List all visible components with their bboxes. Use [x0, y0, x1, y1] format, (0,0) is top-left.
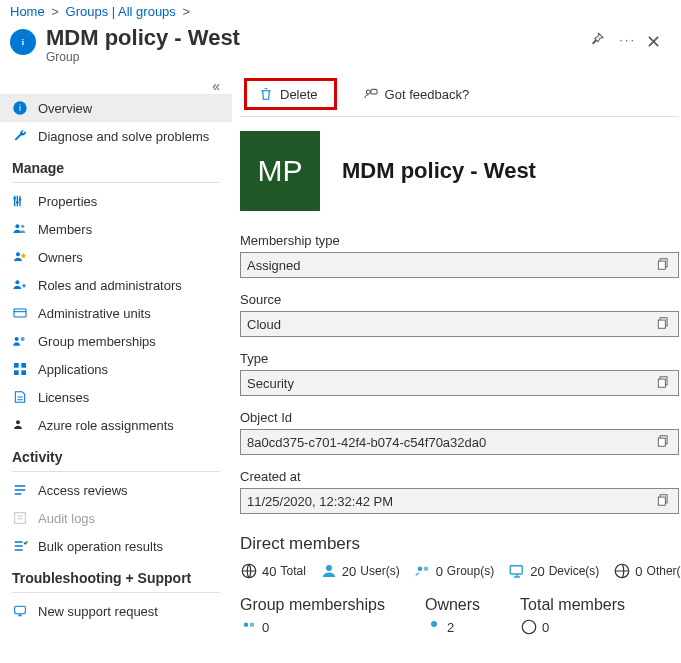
copy-icon[interactable]: [656, 493, 672, 509]
sidebar-item-overview[interactable]: i Overview: [0, 94, 232, 122]
copy-icon[interactable]: [656, 375, 672, 391]
copy-icon[interactable]: [656, 316, 672, 332]
collapse-sidebar-icon[interactable]: «: [0, 78, 232, 94]
sidebar-item-audit-logs[interactable]: Audit logs: [0, 504, 232, 532]
svg-point-41: [431, 621, 437, 627]
audit-logs-icon: [12, 510, 28, 526]
copy-icon[interactable]: [656, 434, 672, 450]
globe-icon: [613, 562, 631, 580]
page-subtitle: Group: [46, 50, 589, 64]
sidebar-header-troubleshoot: Troubleshooting + Support: [0, 560, 232, 590]
svg-point-4: [13, 197, 16, 200]
sidebar-item-bulk-results[interactable]: Bulk operation results: [0, 532, 232, 560]
feedback-label: Got feedback?: [385, 87, 470, 102]
close-button[interactable]: ✕: [636, 31, 671, 53]
breadcrumb-groups[interactable]: Groups | All groups: [66, 4, 176, 19]
sidebar-item-applications[interactable]: Applications: [0, 355, 232, 383]
stat-groups[interactable]: 0 Group(s): [414, 562, 495, 580]
sidebar-item-label: Access reviews: [38, 483, 220, 498]
source-label: Source: [240, 292, 679, 307]
sidebar-item-licenses[interactable]: Licenses: [0, 383, 232, 411]
delete-button[interactable]: Delete: [248, 82, 328, 106]
feedback-button[interactable]: Got feedback?: [357, 82, 476, 106]
total-members-title: Total members: [520, 596, 625, 614]
members-icon: [12, 221, 28, 237]
sidebar-item-group-memberships[interactable]: Group memberships: [0, 327, 232, 355]
group-memberships-icon: [12, 333, 28, 349]
svg-point-10: [15, 280, 19, 284]
sidebar-item-new-support[interactable]: New support request: [0, 597, 232, 625]
svg-rect-22: [371, 89, 377, 94]
group-memberships-stat[interactable]: 0: [240, 618, 385, 636]
svg-point-21: [366, 90, 370, 94]
sidebar-item-label: Owners: [38, 250, 220, 265]
sidebar-item-admin-units[interactable]: Administrative units: [0, 299, 232, 327]
svg-point-39: [244, 623, 249, 628]
svg-rect-20: [15, 606, 26, 613]
azure-role-icon: [12, 417, 28, 433]
type-field: Security: [240, 370, 679, 396]
type-value: Security: [247, 376, 656, 391]
source-value: Cloud: [247, 317, 656, 332]
sidebar-item-label: Licenses: [38, 390, 220, 405]
sidebar-item-owners[interactable]: Owners: [0, 243, 232, 271]
svg-point-42: [522, 620, 536, 634]
copy-icon[interactable]: [656, 257, 672, 273]
object-id-value: 8a0cd375-c701-42f4-b074-c54f70a32da0: [247, 435, 656, 450]
sidebar-item-roles[interactable]: Roles and administrators: [0, 271, 232, 299]
owners-title: Owners: [425, 596, 480, 614]
stat-total[interactable]: 40 Total: [240, 562, 306, 580]
svg-point-6: [19, 198, 22, 201]
created-field: 11/25/2020, 12:32:42 PM: [240, 488, 679, 514]
direct-members-title: Direct members: [240, 534, 679, 554]
created-label: Created at: [240, 469, 679, 484]
pin-icon[interactable]: [589, 31, 605, 47]
sidebar-item-label: Members: [38, 222, 220, 237]
sidebar-item-members[interactable]: Members: [0, 215, 232, 243]
svg-point-35: [417, 567, 422, 572]
sidebar-item-label: New support request: [38, 604, 220, 619]
sidebar-header-activity: Activity: [0, 439, 232, 469]
user-icon: [425, 618, 443, 636]
stat-users[interactable]: 20 User(s): [320, 562, 400, 580]
sidebar-item-label: Diagnose and solve problems: [38, 129, 220, 144]
membership-type-value: Assigned: [247, 258, 656, 273]
stat-other[interactable]: 0 Other(s): [613, 562, 681, 580]
svg-point-8: [21, 225, 24, 228]
groups-icon: [240, 618, 258, 636]
user-icon: [320, 562, 338, 580]
sidebar-item-properties[interactable]: Properties: [0, 187, 232, 215]
svg-rect-11: [14, 309, 26, 317]
group-avatar: MP: [240, 131, 320, 211]
sidebar-item-access-reviews[interactable]: Access reviews: [0, 476, 232, 504]
svg-rect-28: [658, 379, 665, 387]
sidebar-item-label: Applications: [38, 362, 220, 377]
svg-rect-14: [14, 363, 19, 368]
total-members-stat[interactable]: 0: [520, 618, 625, 636]
membership-type-field: Assigned: [240, 252, 679, 278]
support-icon: [12, 603, 28, 619]
toolbar: Delete Got feedback?: [240, 72, 679, 117]
more-icon[interactable]: ···: [619, 32, 636, 47]
breadcrumb: Home > Groups | All groups >: [0, 0, 681, 21]
svg-rect-15: [21, 363, 26, 368]
access-reviews-icon: [12, 482, 28, 498]
breadcrumb-home[interactable]: Home: [10, 4, 45, 19]
sidebar-item-label: Properties: [38, 194, 220, 209]
svg-rect-17: [21, 370, 26, 375]
svg-point-34: [326, 565, 332, 571]
svg-point-18: [16, 420, 20, 424]
svg-point-13: [21, 337, 25, 341]
page-title: MDM policy - West: [46, 25, 589, 51]
membership-type-label: Membership type: [240, 233, 679, 248]
group-name: MDM policy - West: [342, 158, 536, 184]
svg-point-5: [16, 201, 19, 204]
sidebar-item-diagnose[interactable]: Diagnose and solve problems: [0, 122, 232, 150]
roles-icon: [12, 277, 28, 293]
stat-devices[interactable]: 20 Device(s): [508, 562, 599, 580]
groups-icon: [414, 562, 432, 580]
globe-icon: [520, 618, 538, 636]
svg-point-7: [15, 224, 19, 228]
owners-stat[interactable]: 2: [425, 618, 480, 636]
sidebar-item-azure-role[interactable]: Azure role assignments: [0, 411, 232, 439]
